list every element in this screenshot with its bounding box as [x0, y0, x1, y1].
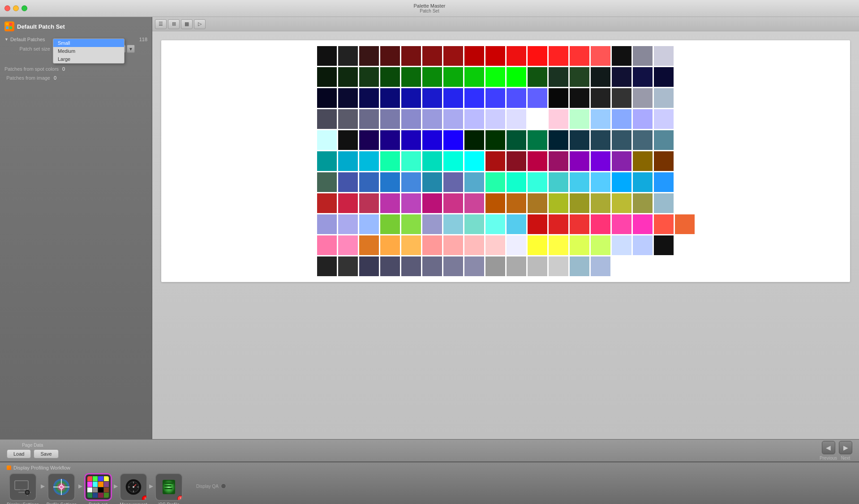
save-button[interactable]: Save: [34, 449, 58, 458]
patch-cell: [380, 109, 400, 129]
patch-cell: [359, 67, 379, 87]
patch-cell: [464, 109, 484, 129]
next-button[interactable]: ▶: [839, 441, 852, 454]
sidebar: Default Patch Set ▼ Default Patches 118 …: [0, 17, 152, 439]
toolbar: ☰ ⊞ ▦ ▷: [152, 17, 859, 31]
display-qa-section: Display QA: [192, 483, 226, 497]
display-qa-label: Display QA: [196, 484, 219, 489]
patch-cell: [380, 88, 400, 108]
workflow-step-measurement[interactable]: ! Measurement: [120, 473, 147, 504]
previous-button[interactable]: ◀: [822, 441, 835, 454]
patch-cell: [338, 214, 358, 234]
patch-cell: [591, 109, 610, 129]
patch-cell: [591, 130, 610, 150]
dropdown-option-medium[interactable]: Medium: [53, 47, 124, 55]
page-data-label: Page Data: [22, 443, 43, 448]
patch-cell: [485, 109, 505, 129]
window-controls[interactable]: [4, 5, 27, 11]
patch-cell: [654, 235, 674, 255]
patch-cell: [401, 67, 421, 87]
patch-cell: [654, 151, 674, 171]
patch-cell: [443, 151, 463, 171]
patches-spot-label: Patches from spot colors: [4, 66, 62, 72]
workflow-step-display-settings[interactable]: Display Settings: [7, 473, 39, 504]
patch-cell: [612, 235, 631, 255]
patch-cell: [380, 214, 400, 234]
patch-cell: [570, 109, 589, 129]
toolbar-btn-1[interactable]: ☰: [155, 19, 167, 29]
patch-cell: [507, 88, 526, 108]
nav-buttons: ◀ Previous ▶ Next: [820, 441, 852, 461]
patch-cell: [464, 151, 484, 171]
patch-cell: [654, 214, 674, 234]
patch-cell: [317, 130, 337, 150]
patch-cell: [401, 172, 421, 192]
patch-cell: [359, 256, 379, 276]
toolbar-btn-2[interactable]: ⊞: [168, 19, 180, 29]
patch-cell: [591, 214, 610, 234]
patch-cell: [507, 109, 526, 129]
patch-set-icon: [84, 473, 112, 501]
patch-cell: [443, 46, 463, 66]
patch-cell: [464, 67, 484, 87]
patch-cell: [591, 88, 610, 108]
minimize-button[interactable]: [13, 5, 19, 11]
workflow-step-patch-set[interactable]: Patch set: [84, 473, 112, 504]
maximize-button[interactable]: [21, 5, 27, 11]
patch-cell: [443, 235, 463, 255]
patch-cell: [464, 130, 484, 150]
patch-cell: [549, 67, 568, 87]
app-name: Palette Master: [414, 3, 446, 9]
patch-size-label: Patch set size: [4, 46, 54, 51]
load-button[interactable]: Load: [7, 449, 31, 458]
patch-cell: [443, 67, 463, 87]
patch-cell: [485, 172, 505, 192]
patch-cell: [359, 88, 379, 108]
patch-cell: [422, 193, 442, 213]
patch-cell: [654, 109, 674, 129]
patch-cell: [485, 67, 505, 87]
patch-cell: [359, 214, 379, 234]
dropdown-popup[interactable]: Small Medium Large: [53, 38, 125, 64]
toolbar-btn-4[interactable]: ▷: [194, 19, 206, 29]
patch-cell: [464, 235, 484, 255]
patch-cell: [443, 130, 463, 150]
patch-cell: [422, 109, 442, 129]
toolbar-btn-3[interactable]: ▦: [181, 19, 193, 29]
patches-table: [316, 45, 696, 278]
patch-size-btn[interactable]: ▼: [127, 45, 135, 53]
patch-cell: [464, 88, 484, 108]
patch-set-label: Patch set: [89, 502, 107, 504]
workflow-step-profile-settings[interactable]: Profile Settings: [47, 473, 77, 504]
patch-cell: [633, 193, 653, 213]
patch-cell: [317, 193, 337, 213]
patch-cell: [338, 109, 358, 129]
patch-cell: [380, 256, 400, 276]
patch-cell: [338, 67, 358, 87]
patch-cell: [464, 46, 484, 66]
patches-spot-value: 0: [62, 66, 65, 72]
patch-cell: [528, 193, 547, 213]
svg-rect-1: [9, 23, 12, 26]
patch-cell: [401, 256, 421, 276]
close-button[interactable]: [4, 5, 10, 11]
patch-cell: [570, 88, 589, 108]
workflow-step-icc-profile[interactable]: ! iCC Profile: [155, 473, 183, 504]
patch-cell: [401, 109, 421, 129]
patches-spot-row: Patches from spot colors 0: [4, 66, 147, 72]
patch-cell: [380, 46, 400, 66]
patch-cell: [317, 67, 337, 87]
patch-cell: [485, 151, 505, 171]
icc-error-badge: !: [177, 495, 183, 501]
content-area: ☰ ⊞ ▦ ▷: [152, 17, 859, 439]
patch-cell: [507, 130, 526, 150]
patch-cell: [654, 88, 674, 108]
svg-rect-3: [9, 26, 12, 29]
patch-cell: [485, 256, 505, 276]
svg-rect-0: [6, 23, 9, 26]
patch-cell: [401, 235, 421, 255]
patch-cell: [380, 193, 400, 213]
patch-cell: [633, 214, 653, 234]
dropdown-option-small[interactable]: Small: [53, 39, 124, 47]
dropdown-option-large[interactable]: Large: [53, 55, 124, 63]
